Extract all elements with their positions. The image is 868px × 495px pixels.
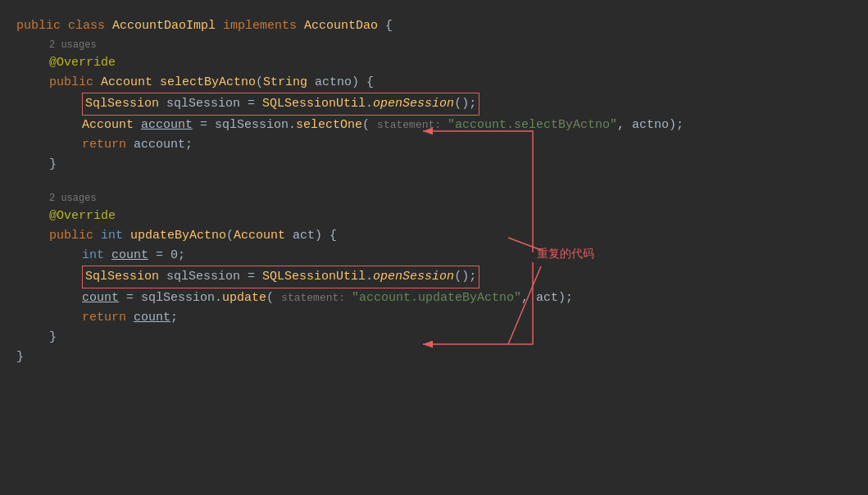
util-class-2: SQLSessionUtil <box>262 270 366 284</box>
kw-public-1: public <box>49 73 101 93</box>
paren-open-1: ( <box>256 73 263 93</box>
account-var: account <box>141 116 193 135</box>
select-one-line: Account account = sqlSession.selectOne( … <box>82 116 852 135</box>
blank-line-1 <box>16 175 852 191</box>
string-selectbyactno: "account.selectByActno" <box>448 116 617 135</box>
return-val-1: account; <box>134 135 193 155</box>
paren-3: ( <box>266 288 281 308</box>
method1-close: } <box>49 155 852 175</box>
return-type-1: Account <box>101 73 160 93</box>
param-name-1: actno <box>315 73 352 93</box>
count-assign: = 0; <box>148 246 185 266</box>
brace-close-1: } <box>49 155 57 175</box>
util-class-1: SQLSessionUtil <box>262 97 366 111</box>
method1-signature: public Account selectByActno(String actn… <box>49 73 852 93</box>
class-declaration-line: public class AccountDaoImpl implements A… <box>16 16 852 36</box>
return-type-int: int <box>101 226 130 246</box>
select-one-method: selectOne <box>296 116 362 135</box>
hint-statement-1: statement: <box>377 117 448 134</box>
paren-open-2: ( <box>226 226 234 246</box>
param-name-2: act <box>293 226 315 246</box>
annotation-override-1: @Override <box>49 53 852 73</box>
brace-open: { <box>378 16 393 36</box>
usages-label-1: 2 usages <box>49 38 852 53</box>
param-type-2: Account <box>234 226 293 246</box>
usages-label-2: 2 usages <box>49 191 852 207</box>
method2-signature: public int updateByActno(Account act) { <box>49 226 852 246</box>
code-editor: public class AccountDaoImpl implements A… <box>0 0 868 384</box>
usages-text-2: 2 usages <box>49 191 97 207</box>
open-session-method-1: openSession <box>373 97 454 111</box>
annotation-text-1: @Override <box>49 53 116 73</box>
return-count-line: return count; <box>82 308 852 328</box>
sqlsession-type-1: SqlSession <box>85 97 166 111</box>
count-equals: = sqlSession. <box>119 288 222 308</box>
method2-close: } <box>49 328 852 347</box>
count-var-decl: count <box>111 246 148 266</box>
kw-return-2: return <box>82 308 134 328</box>
brace-class-close: } <box>16 347 24 367</box>
update-line: count = sqlSession.update( statement: "a… <box>82 288 852 308</box>
semicolon-count: ; <box>170 308 178 328</box>
return-count-val: count <box>134 308 170 328</box>
usages-text-1: 2 usages <box>49 38 97 53</box>
red-box-1: SqlSession sqlSession = SQLSessionUtil.o… <box>82 93 479 116</box>
paren-close-1: ) { <box>352 73 374 93</box>
equals-1: = sqlSession. <box>193 116 296 135</box>
repeated-code-label: 重复的代码 <box>537 244 594 262</box>
return-account-line: return account; <box>82 135 852 155</box>
keyword-class: class <box>68 16 112 36</box>
sql-session-line-1: SqlSession sqlSession = SQLSessionUtil.o… <box>82 93 852 116</box>
dot-2: . <box>366 270 373 284</box>
kw-public-2: public <box>49 226 101 246</box>
comma-act: , act); <box>521 288 573 308</box>
hint-statement-2: statement: <box>281 290 352 307</box>
sqlsession-type-2: SqlSession <box>85 270 166 284</box>
comma-actno: , actno); <box>617 116 684 135</box>
annotation-text-2: @Override <box>49 207 116 226</box>
brace-close-2: } <box>49 328 57 347</box>
string-updatebyactno: "account.updateByActno" <box>352 288 521 308</box>
kw-return-1: return <box>82 135 134 155</box>
open-session-method-2: openSession <box>373 270 454 284</box>
class-name: AccountDaoImpl <box>112 16 223 36</box>
account-type: Account <box>82 116 141 135</box>
count-var-use: count <box>82 288 119 308</box>
update-method: update <box>222 288 266 308</box>
param-type-1: String <box>263 73 315 93</box>
method-name-1: selectByActno <box>160 73 256 93</box>
paren-2: ( <box>362 116 377 135</box>
red-box-2: SqlSession sqlSession = SQLSessionUtil.o… <box>82 266 479 288</box>
sql-session-line-2: SqlSession sqlSession = SQLSessionUtil.o… <box>82 266 852 288</box>
dot-1: . <box>366 97 373 111</box>
class-close: } <box>16 347 852 367</box>
call-parens-2: (); <box>454 270 476 284</box>
kw-int: int <box>82 246 111 266</box>
interface-name: AccountDao <box>304 16 378 36</box>
annotation-override-2: @Override <box>49 207 852 226</box>
sqlsession-var-1: sqlSession = <box>166 97 262 111</box>
keyword-public: public <box>16 16 68 36</box>
paren-close-2: ) { <box>315 226 337 246</box>
int-count-line: int count = 0; <box>82 246 852 266</box>
sqlsession-var-2: sqlSession = <box>166 270 262 284</box>
call-parens-1: (); <box>454 97 476 111</box>
method-name-2: updateByActno <box>130 226 226 246</box>
keyword-implements: implements <box>223 16 304 36</box>
